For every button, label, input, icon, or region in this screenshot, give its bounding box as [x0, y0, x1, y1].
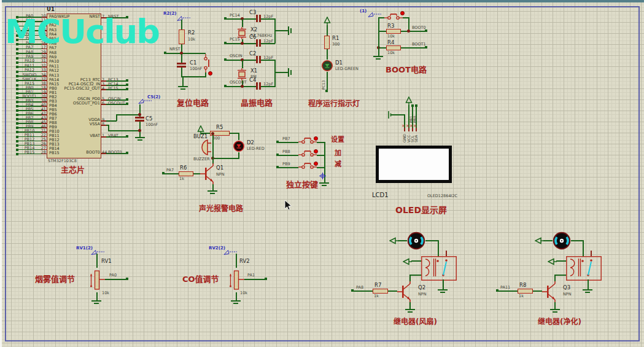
pa11-net-label: PA11 — [500, 286, 510, 290]
resistor-r8[interactable] — [518, 289, 533, 294]
q3-value: NPN — [563, 292, 572, 297]
r8-ref: R8 — [519, 283, 526, 288]
relay-purify-caption: 继电器(净化) — [538, 318, 581, 326]
r8-value: 1k — [519, 294, 524, 298]
wire — [498, 290, 518, 292]
ground-icon — [550, 309, 560, 314]
npn-transistor-q3[interactable] — [542, 281, 558, 302]
wire — [556, 260, 566, 262]
relay-purify[interactable] — [566, 256, 602, 281]
power-arrow-icon — [535, 237, 544, 244]
mcuclub-watermark: MCUclub — [5, 12, 159, 51]
window-left-strip — [0, 0, 2, 347]
wire — [554, 302, 556, 309]
ground-icon — [583, 289, 592, 294]
wire — [533, 290, 542, 292]
section-relay-purify: Q3 NPN R8 1k PA11 继电器(净化) — [0, 0, 644, 347]
terminal-square — [496, 289, 499, 292]
proteus-schematic-canvas: U1 STM32F103C8 主芯片 PA0 10 PA0/WKUP — [0, 0, 644, 347]
wire — [543, 240, 553, 241]
wire — [571, 240, 584, 241]
wire — [555, 275, 566, 276]
window-top-strip — [0, 0, 644, 2]
wire — [588, 279, 589, 289]
wire — [583, 240, 584, 257]
mouse-cursor — [284, 200, 292, 211]
power-arrow-icon — [548, 258, 557, 265]
wire — [554, 275, 556, 281]
purifier-motor[interactable] — [553, 232, 571, 250]
q3-ref: Q3 — [563, 285, 570, 290]
pin-stub — [591, 251, 592, 256]
